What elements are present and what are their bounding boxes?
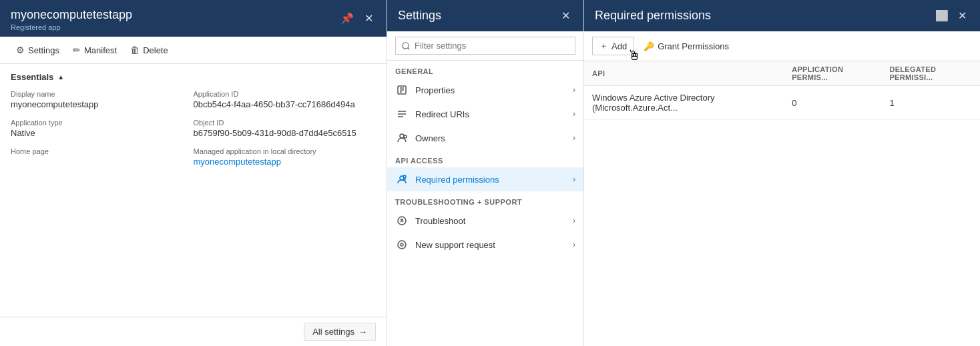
properties-icon bbox=[395, 85, 409, 95]
app-pin-button[interactable]: 📌 bbox=[338, 11, 356, 26]
grant-permissions-button[interactable]: 🔑 Grant Permissions bbox=[637, 39, 736, 54]
settings-close-button[interactable]: ✕ bbox=[559, 8, 573, 23]
app-subtitle: Registered app bbox=[11, 23, 338, 31]
app-perms-column-header: APPLICATION PERMIS... bbox=[784, 61, 881, 86]
redirect-uris-icon bbox=[395, 109, 409, 119]
settings-item-redirect-uris[interactable]: Redirect URIs › bbox=[387, 102, 583, 126]
object-id-item: Object ID b6759f90-5b09-431d-90d8-d7dd4e… bbox=[194, 119, 377, 138]
home-page-label: Home page bbox=[11, 147, 183, 155]
essentials-collapse-icon[interactable]: ▲ bbox=[57, 73, 64, 81]
application-id-value: 0bcb54c4-f4aa-4650-bb37-cc71686d494a bbox=[194, 99, 366, 109]
all-settings-button[interactable]: All settings → bbox=[304, 323, 376, 341]
properties-chevron: › bbox=[573, 85, 575, 95]
owners-label: Owners bbox=[415, 133, 573, 143]
delegated-perms-cell: 1 bbox=[881, 86, 980, 120]
essentials-label: Essentials bbox=[11, 72, 53, 82]
permissions-panel: Required permissions ⬜ ✕ ＋ Add 🔑 Grant P… bbox=[584, 0, 980, 346]
all-settings-arrow-icon: → bbox=[358, 327, 367, 337]
api-cell: Windows Azure Active Directory (Microsof… bbox=[584, 86, 784, 120]
settings-item-properties[interactable]: Properties › bbox=[387, 78, 583, 102]
app-panel-header: myonecomputetestapp Registered app 📌 ✕ bbox=[0, 0, 387, 37]
add-permission-label: Add bbox=[611, 41, 627, 51]
app-toolbar: ⚙ Settings ✏ Manifest 🗑 Delete bbox=[0, 37, 387, 64]
settings-item-required-permissions[interactable]: Required permissions › bbox=[387, 167, 583, 191]
display-name-label: Display name bbox=[11, 90, 183, 98]
home-page-item: Home page bbox=[11, 147, 194, 167]
table-row[interactable]: Windows Azure Active Directory (Microsof… bbox=[584, 86, 980, 120]
svg-point-7 bbox=[400, 134, 404, 138]
grant-permissions-icon: 🔑 bbox=[644, 41, 654, 51]
app-type-value: Native bbox=[11, 128, 183, 138]
troubleshoot-chevron: › bbox=[573, 216, 575, 225]
support-icon bbox=[395, 239, 409, 250]
required-permissions-icon bbox=[395, 174, 409, 185]
api-access-section-label: API ACCESS bbox=[387, 150, 583, 167]
object-id-label: Object ID bbox=[194, 119, 366, 127]
all-settings-label: All settings bbox=[312, 327, 354, 337]
managed-app-link[interactable]: myonecomputetestapp bbox=[194, 157, 282, 167]
app-header-title: myonecomputetestapp Registered app bbox=[11, 8, 338, 31]
manifest-toolbar-icon: ✏ bbox=[73, 45, 81, 55]
delete-toolbar-button[interactable]: 🗑 Delete bbox=[125, 42, 174, 58]
settings-title: Settings bbox=[398, 9, 441, 23]
settings-panel: Settings ✕ GENERAL Properties › Redirect… bbox=[387, 0, 584, 346]
troubleshooting-section-label: TROUBLESHOOTING + SUPPORT bbox=[387, 191, 583, 209]
permissions-close-button[interactable]: ✕ bbox=[955, 8, 969, 23]
svg-point-15 bbox=[401, 243, 403, 246]
svg-point-8 bbox=[404, 135, 407, 138]
app-header-actions: 📌 ✕ bbox=[338, 11, 376, 26]
settings-toolbar-icon: ⚙ bbox=[16, 45, 25, 55]
essentials-grid: Display name myonecomputetestapp Applica… bbox=[11, 90, 376, 176]
permissions-restore-button[interactable]: ⬜ bbox=[933, 8, 951, 23]
settings-item-owners[interactable]: Owners › bbox=[387, 126, 583, 150]
required-permissions-chevron: › bbox=[573, 175, 575, 184]
essentials-heading: Essentials ▲ bbox=[11, 72, 376, 82]
settings-item-new-support-request[interactable]: New support request › bbox=[387, 233, 583, 257]
display-name-item: Display name myonecomputetestapp bbox=[11, 90, 194, 109]
application-id-item: Application ID 0bcb54c4-f4aa-4650-bb37-c… bbox=[194, 90, 377, 109]
owners-chevron: › bbox=[573, 133, 575, 143]
manifest-toolbar-button[interactable]: ✏ Manifest bbox=[67, 42, 122, 58]
settings-toolbar-button[interactable]: ⚙ Settings bbox=[11, 42, 65, 58]
general-section-label: GENERAL bbox=[387, 61, 583, 78]
settings-header: Settings ✕ bbox=[387, 0, 583, 31]
delegated-perms-column-header: DELEGATED PERMISSI... bbox=[881, 61, 980, 86]
permissions-toolbar: ＋ Add 🔑 Grant Permissions 🖱 bbox=[584, 31, 980, 61]
app-type-label: Application type bbox=[11, 119, 183, 127]
delete-toolbar-label: Delete bbox=[143, 45, 168, 55]
object-id-value: b6759f90-5b09-431d-90d8-d7dd4e5c6515 bbox=[194, 128, 366, 138]
required-permissions-label: Required permissions bbox=[415, 175, 573, 185]
app-perms-cell: 0 bbox=[784, 86, 881, 120]
app-close-button[interactable]: ✕ bbox=[362, 11, 376, 26]
display-name-value: myonecomputetestapp bbox=[11, 99, 183, 109]
app-panel: myonecomputetestapp Registered app 📌 ✕ ⚙… bbox=[0, 0, 387, 346]
application-id-label: Application ID bbox=[194, 90, 366, 98]
app-type-item: Application type Native bbox=[11, 119, 194, 138]
grant-permissions-label: Grant Permissions bbox=[658, 41, 729, 51]
permissions-table: API APPLICATION PERMIS... DELEGATED PERM… bbox=[584, 61, 980, 120]
properties-label: Properties bbox=[415, 85, 573, 95]
essentials-section: Essentials ▲ Display name myonecomputete… bbox=[0, 64, 387, 317]
api-column-header: API bbox=[584, 61, 784, 86]
troubleshoot-icon bbox=[395, 215, 409, 226]
settings-search-input[interactable] bbox=[395, 37, 575, 55]
settings-toolbar-label: Settings bbox=[28, 45, 59, 55]
svg-point-10 bbox=[403, 175, 406, 178]
settings-item-troubleshoot[interactable]: Troubleshoot › bbox=[387, 209, 583, 233]
redirect-uris-label: Redirect URIs bbox=[415, 109, 573, 119]
app-title: myonecomputetestapp bbox=[11, 8, 338, 22]
add-permission-button[interactable]: ＋ Add bbox=[592, 37, 634, 55]
manifest-toolbar-label: Manifest bbox=[84, 45, 117, 55]
all-settings-container: All settings → bbox=[0, 317, 387, 346]
managed-app-label: Managed application in local directory bbox=[194, 147, 366, 155]
add-permission-icon: ＋ bbox=[599, 40, 608, 52]
settings-search-container bbox=[387, 31, 583, 61]
redirect-uris-chevron: › bbox=[573, 109, 575, 119]
permissions-header-actions: ⬜ ✕ bbox=[933, 8, 969, 23]
owners-icon bbox=[395, 133, 409, 143]
support-label: New support request bbox=[415, 240, 573, 250]
svg-point-14 bbox=[398, 241, 406, 249]
permissions-title: Required permissions bbox=[595, 9, 711, 23]
managed-app-item: Managed application in local directory m… bbox=[194, 147, 377, 167]
troubleshoot-label: Troubleshoot bbox=[415, 216, 573, 226]
